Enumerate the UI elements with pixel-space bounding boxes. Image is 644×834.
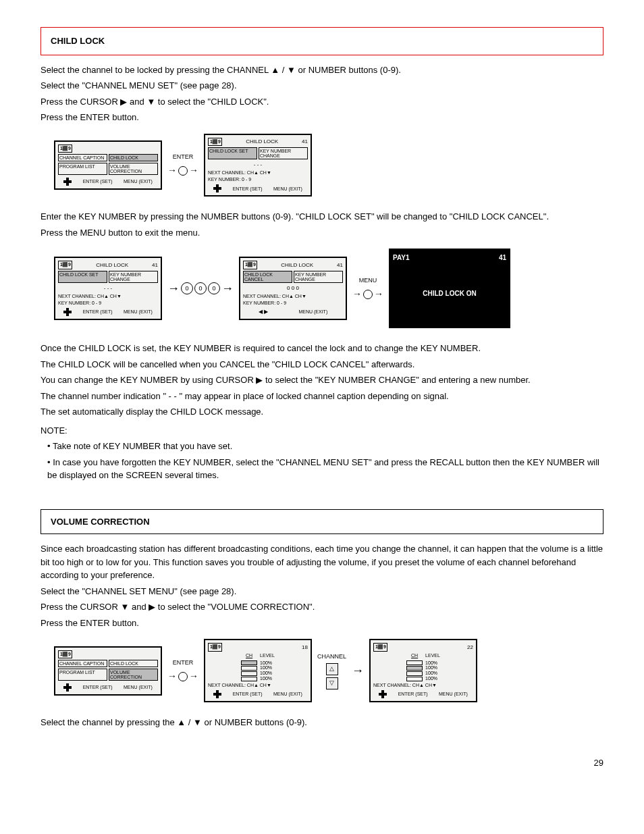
bar-icon xyxy=(406,660,423,665)
dpad-icon xyxy=(63,178,72,186)
arrow-icon xyxy=(167,669,177,683)
head-ch: CH xyxy=(411,653,418,658)
enter-label: ENTER xyxy=(173,658,194,668)
cl-title: CHILD LOCK xyxy=(96,261,128,269)
cl-channel: 41 xyxy=(152,261,158,269)
cl-line1: NEXT CHANNEL: CH▲ CH▼ xyxy=(243,294,343,299)
level-val: 100% xyxy=(260,671,272,676)
bar-icon xyxy=(406,666,423,671)
channel-label: CHANNEL xyxy=(317,652,346,662)
footer-enter: ENTER (SET) xyxy=(83,309,113,315)
channel-down-icon: ▽ xyxy=(326,677,338,689)
footer-menu: MENU (EXIT) xyxy=(298,309,327,315)
cl-step-2: Select the "CHANNEL MENU SET" (see page … xyxy=(41,79,603,93)
head-level: LEVEL xyxy=(425,653,440,658)
dpad-icon xyxy=(63,308,72,316)
dpad-icon xyxy=(213,690,221,698)
cl-line2: KEY NUMBER: 0 - 9 xyxy=(243,301,343,306)
screen-icon: 1⬛9 xyxy=(373,643,387,652)
final-left: PAY1 xyxy=(393,253,409,263)
vc-step-2: Press the CURSOR ▼ and ▶ to select the "… xyxy=(41,600,603,614)
menu-btn-child-lock: CHILD LOCK xyxy=(109,154,158,161)
level-val: 100% xyxy=(425,676,437,681)
cl-line2: KEY NUMBER: 0 - 9 xyxy=(58,301,158,306)
vol-line1: NEXT CHANNEL: CH▲ CH▼ xyxy=(208,683,308,688)
vc-step-3: Press the ENTER button. xyxy=(41,617,603,630)
head-level: LEVEL xyxy=(260,653,275,658)
menu-btn-channel-caption: CHANNEL CAPTION xyxy=(58,660,107,667)
arrow-icon xyxy=(374,287,383,301)
cl-note1: Once the CHILD LOCK is set, the KEY NUMB… xyxy=(41,342,603,355)
btn-keynumber-change: KEY NUMBER CHANGE xyxy=(109,271,158,283)
figure-row-2: 1⬛9 CHILD LOCK 41 CHILD LOCK SET KEY NUM… xyxy=(41,249,603,328)
menu-btn-program-list: PROGRAM LIST xyxy=(58,163,107,175)
arrow-icon xyxy=(167,163,177,178)
bar-icon xyxy=(241,666,257,671)
cl-note2: The CHILD LOCK will be cancelled when yo… xyxy=(41,358,603,371)
menu-button-icon xyxy=(363,290,373,299)
cl-title: CHILD LOCK xyxy=(281,261,313,269)
num-0-btn: 0 xyxy=(194,282,207,294)
footer-menu: MENU (EXIT) xyxy=(439,692,468,697)
cl-000: 0 0 0 xyxy=(243,284,343,292)
screen-icon: 1⬛9 xyxy=(208,138,222,147)
cl-step-1: Select the channel to be locked by press… xyxy=(41,63,603,77)
cl-step-3: Press the CURSOR ▶ and ▼ to select the "… xyxy=(41,95,603,109)
footer-enter: ENTER (SET) xyxy=(233,186,263,192)
footer-enter: ENTER (SET) xyxy=(233,692,263,697)
screen-volume-18: 1⬛9 18 CH LEVEL 100% 100% 100% xyxy=(204,639,312,702)
channel-up-icon: △ xyxy=(326,663,338,675)
footer-menu: MENU (EXIT) xyxy=(273,692,302,697)
cl-step-4: Press the ENTER button. xyxy=(41,111,603,124)
arrow-channel: CHANNEL △ ▽ xyxy=(317,652,346,690)
arrow-icon xyxy=(352,287,362,301)
page-number: 29 xyxy=(41,756,603,770)
num-0-btn: 0 xyxy=(181,282,193,294)
figure-row-3: 1⬛9 CHANNEL CAPTION CHILD LOCK PROGRAM L… xyxy=(41,639,603,702)
footer-menu: MENU (EXIT) xyxy=(124,685,153,690)
cl-title: CHILD LOCK xyxy=(246,138,278,146)
vc-step-4: Select the channel by pressing the ▲ / ▼… xyxy=(41,716,603,729)
cl-dots: - - - xyxy=(58,284,158,292)
vc-intro: Since each broadcasting station has diff… xyxy=(41,542,603,582)
screen-icon: 1⬛9 xyxy=(58,145,72,153)
screen-childlock-cancel: 1⬛9 CHILD LOCK 41 CHILD LOCK CANCEL KEY … xyxy=(239,257,347,320)
level-val: 100% xyxy=(260,665,272,671)
vol-ch-22: 22 xyxy=(467,644,473,652)
cl-dots: - - - xyxy=(208,161,308,169)
level-val: 100% xyxy=(260,676,272,681)
footer-menu: MENU (EXIT) xyxy=(124,309,153,315)
bar-icon xyxy=(241,671,257,676)
num-0-btn: 0 xyxy=(208,282,220,294)
level-val: 100% xyxy=(425,671,437,676)
level-val: 100% xyxy=(425,665,437,671)
cl-note4: The channel number indication " - - " ma… xyxy=(41,390,603,403)
cl-note3: You can change the KEY NUMBER by using C… xyxy=(41,373,603,387)
footer-enter: ENTER (SET) xyxy=(83,685,113,690)
child-lock-title: CHILD LOCK xyxy=(51,36,105,46)
figure-row-1: 1⬛9 CHANNEL CAPTION CHILD LOCK PROGRAM L… xyxy=(41,134,603,197)
dpad-icon xyxy=(379,690,387,698)
vc-step-1: Select the "CHANNEL SET MENU" (see page … xyxy=(41,585,603,598)
menu-btn-volume-correction: VOLUME CORRECTION xyxy=(109,163,158,175)
arrow-enter-1: ENTER xyxy=(167,153,198,178)
screen-childlock-set2: 1⬛9 CHILD LOCK 41 CHILD LOCK SET KEY NUM… xyxy=(54,257,162,320)
dpad-icon xyxy=(213,184,221,192)
bar-icon xyxy=(241,660,257,665)
cl-note5: The set automatically display the CHILD … xyxy=(41,405,603,419)
level-val: 100% xyxy=(260,660,272,666)
arrow-icon: → xyxy=(352,664,364,677)
cl-step-6: Press the MENU button to exit the menu. xyxy=(41,226,603,240)
menu-btn-program-list: PROGRAM LIST xyxy=(58,669,107,681)
screen-menu: 1⬛9 CHANNEL CAPTION CHILD LOCK PROGRAM L… xyxy=(54,140,162,190)
screen-volume-22: 1⬛9 22 CH LEVEL 100% 100% 100% xyxy=(369,639,477,702)
menu-btn-child-lock: CHILD LOCK xyxy=(109,660,158,667)
head-ch: CH xyxy=(246,653,252,658)
volume-correction-title-box: VOLUME CORRECTION xyxy=(41,509,603,535)
vol-line1: NEXT CHANNEL: CH▲ CH▼ xyxy=(373,683,473,688)
cl-step-5: Enter the KEY NUMBER by pressing the NUM… xyxy=(41,210,603,224)
child-lock-title-box: CHILD LOCK xyxy=(41,27,603,55)
btn-childlock-set: CHILD LOCK SET xyxy=(58,271,107,283)
cl-line1: NEXT CHANNEL: CH▲ CH▼ xyxy=(208,170,308,176)
enter-label: ENTER xyxy=(173,153,194,162)
